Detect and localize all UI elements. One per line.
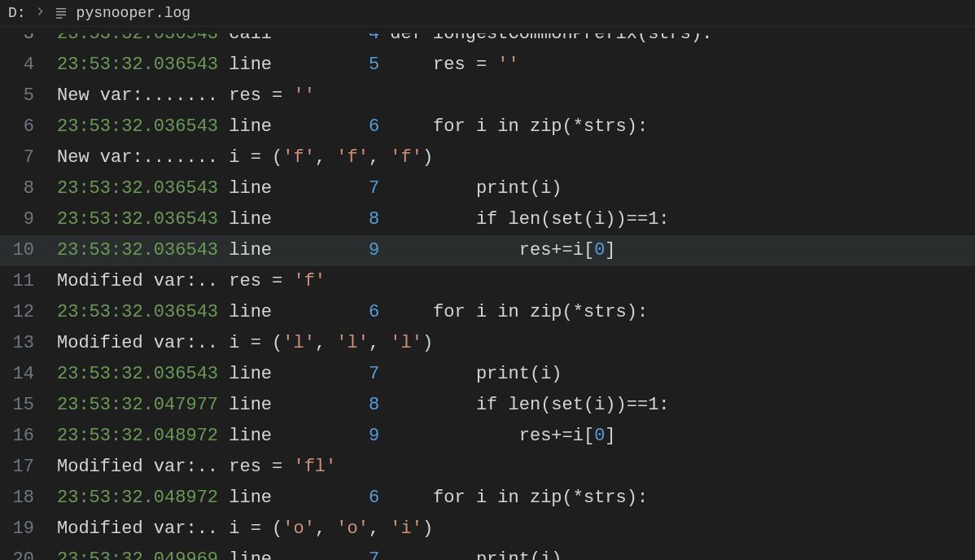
line-number: 10: [0, 235, 57, 266]
editor-area[interactable]: 3 23:53:32.036543 call 4 def longestComm…: [0, 27, 975, 560]
breadcrumb[interactable]: D: pysnooper.log: [0, 0, 975, 27]
editor-line: 9 23:53:32.036543 line 8 if len(set(i))=…: [0, 204, 975, 235]
line-number: 12: [0, 297, 57, 328]
line-content: Modified var:.. i = ('o', 'o', 'i'): [57, 514, 975, 545]
line-number: 13: [0, 328, 57, 359]
line-number: 17: [0, 452, 57, 483]
line-content: Modified var:.. res = 'fl': [57, 452, 975, 483]
line-number: 19: [0, 514, 57, 545]
line-content: 23:53:32.047977 line 8 if len(set(i))==1…: [57, 390, 975, 421]
file-lines-icon: [54, 6, 68, 20]
breadcrumb-drive[interactable]: D:: [8, 5, 26, 21]
editor-line: 19 Modified var:.. i = ('o', 'o', 'i'): [0, 514, 975, 545]
line-content: 23:53:32.048972 line 6 for i in zip(*str…: [57, 483, 975, 514]
line-number: 3: [0, 33, 57, 50]
line-content: 23:53:32.048972 line 9 res+=i[0]: [57, 421, 975, 452]
line-content: Modified var:.. res = 'f': [57, 266, 975, 297]
line-content: 23:53:32.036543 line 7 print(i): [57, 173, 975, 204]
line-content: 23:53:32.049969 line 7 print(i): [57, 545, 975, 560]
line-content: New var:....... i = ('f', 'f', 'f'): [57, 142, 975, 173]
editor-line: 5 New var:....... res = '': [0, 81, 975, 112]
line-content: New var:....... res = '': [57, 81, 975, 112]
line-content: 23:53:32.036543 call 4 def longestCommon…: [57, 33, 975, 50]
line-content: Modified var:.. i = ('l', 'l', 'l'): [57, 328, 975, 359]
line-number: 16: [0, 421, 57, 452]
editor-line: 8 23:53:32.036543 line 7 print(i): [0, 173, 975, 204]
line-number: 4: [0, 50, 57, 81]
editor-line: 13 Modified var:.. i = ('l', 'l', 'l'): [0, 328, 975, 359]
line-content: 23:53:32.036543 line 6 for i in zip(*str…: [57, 112, 975, 142]
editor-line: 11 Modified var:.. res = 'f': [0, 266, 975, 297]
editor-line: 16 23:53:32.048972 line 9 res+=i[0]: [0, 421, 975, 452]
line-number: 11: [0, 266, 57, 297]
editor-line: 6 23:53:32.036543 line 6 for i in zip(*s…: [0, 112, 975, 142]
line-content: 23:53:32.036543 line 9 res+=i[0]: [57, 235, 975, 266]
chevron-right-icon: [34, 6, 46, 21]
editor-line: 14 23:53:32.036543 line 7 print(i): [0, 359, 975, 390]
editor-line: 18 23:53:32.048972 line 6 for i in zip(*…: [0, 483, 975, 514]
line-number: 20: [0, 545, 57, 560]
line-number: 5: [0, 81, 57, 112]
line-number: 9: [0, 204, 57, 235]
line-number: 8: [0, 173, 57, 204]
line-number: 6: [0, 112, 57, 142]
line-content: 23:53:32.036543 line 5 res = '': [57, 50, 975, 81]
line-number: 14: [0, 359, 57, 390]
editor-line: 12 23:53:32.036543 line 6 for i in zip(*…: [0, 297, 975, 328]
line-content: 23:53:32.036543 line 8 if len(set(i))==1…: [57, 204, 975, 235]
editor-line: 15 23:53:32.047977 line 8 if len(set(i))…: [0, 390, 975, 421]
breadcrumb-filename[interactable]: pysnooper.log: [77, 5, 190, 21]
editor-line: 7 New var:....... i = ('f', 'f', 'f'): [0, 142, 975, 173]
editor-line: 4 23:53:32.036543 line 5 res = '': [0, 50, 975, 81]
line-number: 18: [0, 483, 57, 514]
line-number: 7: [0, 142, 57, 173]
editor-line: 10 23:53:32.036543 line 9 res+=i[0]: [0, 235, 975, 266]
editor-line: 17 Modified var:.. res = 'fl': [0, 452, 975, 483]
editor-line: 20 23:53:32.049969 line 7 print(i): [0, 545, 975, 560]
line-content: 23:53:32.036543 line 7 print(i): [57, 359, 975, 390]
line-number: 15: [0, 390, 57, 421]
editor-line: 3 23:53:32.036543 call 4 def longestComm…: [0, 33, 975, 50]
line-content: 23:53:32.036543 line 6 for i in zip(*str…: [57, 297, 975, 328]
